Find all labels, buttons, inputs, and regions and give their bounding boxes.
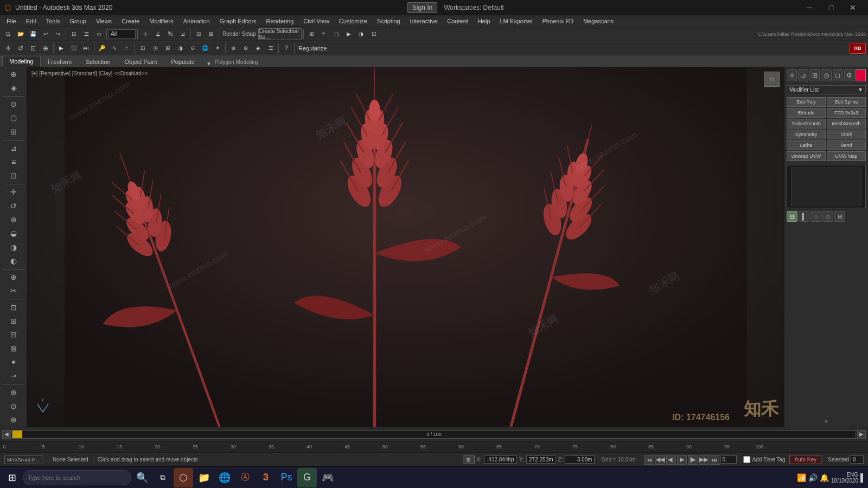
open-btn[interactable]: 📂 — [15, 28, 27, 40]
left-icon-22[interactable]: ⊸ — [0, 369, 27, 383]
help-btn[interactable]: ? — [280, 42, 292, 54]
mod-bend[interactable]: Bend — [827, 140, 866, 150]
select-by-name-btn[interactable]: ☰ — [80, 28, 92, 40]
menu-animation[interactable]: Animation — [179, 17, 214, 25]
menu-tools[interactable]: Tools — [42, 17, 65, 25]
mod-lathe[interactable]: Lathe — [787, 140, 826, 150]
modifier-list-dropdown[interactable]: Modifier List ▼ — [787, 85, 866, 94]
exposure-ctrl-btn[interactable]: ⊙ — [187, 42, 199, 54]
left-icon-17[interactable]: ⊡ — [0, 300, 27, 314]
left-icon-6[interactable]: ⊿ — [0, 142, 27, 155]
menu-graph-editors[interactable]: Graph Editors — [215, 17, 261, 25]
create-icon[interactable]: ✛ — [787, 69, 797, 81]
add-time-tag-checkbox[interactable] — [743, 456, 750, 463]
rbi-3[interactable]: ○ — [810, 211, 821, 222]
menu-help[interactable]: Help — [474, 17, 495, 25]
maxscript-mini[interactable]: MAXScript Mi... — [4, 455, 43, 464]
auto-key-button[interactable]: Auto Key — [789, 455, 821, 464]
viewport-canvas[interactable]: www.znzmo.com 知禾网 www.znzmo.com 知禾网 www.… — [27, 67, 784, 427]
taskbar-task-view[interactable]: ⧉ — [153, 468, 173, 487]
scale-btn[interactable]: ⊡ — [27, 42, 39, 54]
mod-unwrap-uvw[interactable]: Unwrap UVW — [787, 151, 826, 161]
mod-turbosmooth[interactable]: TurboSmooth — [787, 119, 826, 129]
mod-edit-poly[interactable]: Edit Poly — [787, 97, 826, 107]
render-btn[interactable]: ▶ — [343, 28, 355, 40]
mirror-btn[interactable]: ⊞ — [205, 28, 217, 40]
menu-lm-exporter[interactable]: LM Exporter — [496, 17, 537, 25]
timeline-scrubber[interactable]: 0 / 100 — [12, 430, 856, 439]
render-setup-btn[interactable]: Create Selection Se... — [258, 28, 302, 40]
display-icon[interactable]: ◻ — [833, 69, 843, 81]
taskbar-photoshop[interactable]: Ps — [277, 468, 296, 487]
left-icon-25[interactable]: ⊛ — [0, 413, 27, 427]
right-scroll[interactable]: ▼ — [787, 419, 866, 425]
rbi-5[interactable]: ⊞ — [834, 211, 845, 222]
sign-in-btn[interactable]: Sign In — [407, 2, 437, 13]
taskbar-app-g[interactable]: G — [297, 468, 317, 487]
utilities-icon[interactable]: ⚙ — [844, 69, 854, 81]
left-icon-19[interactable]: ⊟ — [0, 328, 27, 342]
move-btn[interactable]: ✛ — [2, 42, 14, 54]
menu-civil-view[interactable]: Civil View — [299, 17, 333, 25]
taskbar-file-explorer[interactable]: 📁 — [194, 468, 214, 487]
dynamics-btn[interactable]: ⊕ — [240, 42, 252, 54]
left-icon-4[interactable]: ⬡ — [0, 111, 27, 125]
angle-snap-btn[interactable]: ∠ — [152, 28, 164, 40]
rbi-4[interactable]: ◇ — [822, 211, 833, 222]
menu-views[interactable]: Views — [92, 17, 116, 25]
menu-rendering[interactable]: Rendering — [262, 17, 298, 25]
notification-icon[interactable]: 🔔 — [820, 473, 829, 482]
tl-prev-btn[interactable]: ◀ — [2, 430, 11, 439]
workspaces-label[interactable]: Workspaces: Default — [444, 4, 504, 11]
left-icon-1[interactable]: ⊕ — [0, 67, 27, 81]
tab-selection[interactable]: Selection — [79, 56, 117, 67]
current-frame-input[interactable] — [720, 455, 737, 464]
render-activeshade2-btn[interactable]: ◑ — [174, 42, 186, 54]
modify-icon[interactable]: ⊿ — [798, 69, 808, 81]
hierarchy-icon[interactable]: ⊞ — [809, 69, 820, 81]
tab-object-paint[interactable]: Object Paint — [118, 56, 164, 67]
taskbar-autocad[interactable]: Ⓐ — [235, 468, 255, 487]
motion-icon[interactable]: ◷ — [821, 69, 831, 81]
tl-next-btn[interactable]: ▶ — [857, 430, 866, 439]
left-icon-10[interactable]: ↺ — [0, 199, 27, 213]
spinner-snap-btn[interactable]: ⊿ — [177, 28, 189, 40]
render-actview-btn[interactable]: ⊞ — [162, 42, 174, 54]
layer-input[interactable] — [108, 29, 136, 39]
render-frame-btn[interactable]: ⊡ — [368, 28, 380, 40]
tab-freeform[interactable]: Freeform — [41, 56, 79, 67]
play-btn[interactable]: ▶ — [677, 455, 687, 465]
show-desktop-icon[interactable]: ▌ — [860, 473, 866, 482]
left-icon-7[interactable]: ≡ — [0, 155, 27, 169]
left-icon-2[interactable]: ◈ — [0, 81, 27, 94]
menu-group[interactable]: Group — [65, 17, 91, 25]
sound-icon[interactable]: 🔊 — [808, 473, 818, 482]
play-start-btn[interactable]: ⏮ — [644, 455, 654, 465]
env-btn[interactable]: 🌐 — [199, 42, 211, 54]
maximize-button[interactable]: □ — [820, 0, 842, 15]
select-move-btn[interactable]: ⊕ — [40, 42, 52, 54]
network-icon[interactable]: 📶 — [797, 473, 806, 482]
left-icon-12[interactable]: ◒ — [0, 227, 27, 240]
new-btn[interactable]: 🗋 — [2, 28, 14, 40]
mod-edit-spline[interactable]: Edit Spline — [827, 97, 866, 107]
menu-create[interactable]: Create — [117, 17, 144, 25]
taskbar-3dsmax[interactable]: ⬡ — [174, 468, 193, 487]
save-btn[interactable]: 💾 — [27, 28, 39, 40]
play-next-frame-btn[interactable]: ▶▶ — [699, 455, 709, 465]
left-icon-18[interactable]: ⊞ — [0, 314, 27, 328]
mod-shell[interactable]: Shell — [827, 130, 866, 139]
stop-anim-btn[interactable]: ⬛ — [68, 42, 80, 54]
tab-modeling[interactable]: Modeling — [2, 56, 41, 67]
color-swatch[interactable] — [856, 69, 866, 81]
rotate-btn[interactable]: ↺ — [15, 42, 27, 54]
menu-scripting[interactable]: Scripting — [373, 17, 405, 25]
percent-snap-btn[interactable]: % — [164, 28, 176, 40]
rbi-2[interactable]: ▌ — [799, 211, 809, 222]
menu-file[interactable]: File — [2, 17, 21, 25]
menu-customize[interactable]: Customize — [335, 17, 372, 25]
menu-modifiers[interactable]: Modifiers — [145, 17, 178, 25]
taskbar-edge[interactable]: 🌐 — [215, 468, 234, 487]
mod-symmetry[interactable]: Symmetry — [787, 130, 826, 139]
undo-btn[interactable]: ↩ — [40, 28, 52, 40]
